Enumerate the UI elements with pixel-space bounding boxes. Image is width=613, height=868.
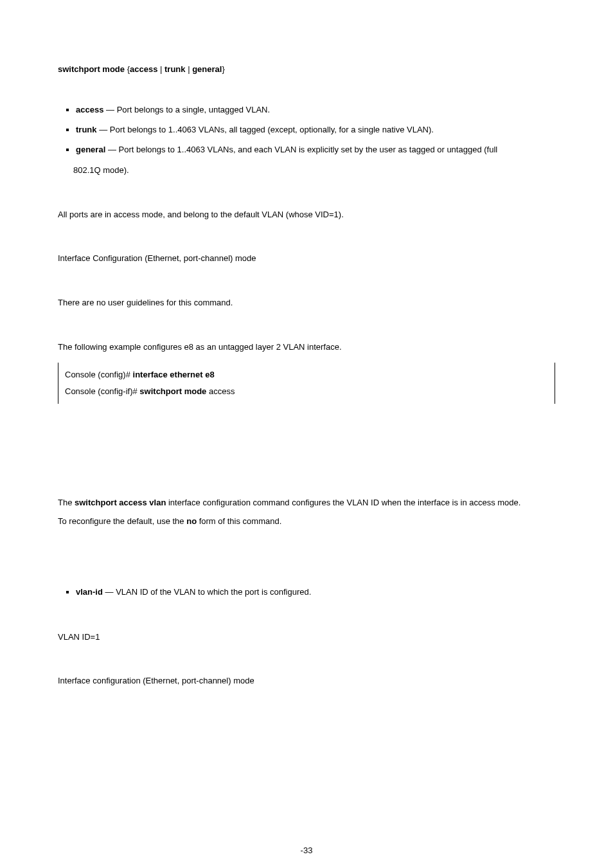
code-prompt: Console (config-if)#	[65, 386, 138, 396]
code-prompt: Console (config)#	[65, 370, 130, 379]
code-example-1: Console (config)# interface ethernet e8 …	[58, 363, 555, 404]
syntax-pipe2: |	[188, 64, 190, 74]
default-config-2: VLAN ID=1	[58, 628, 555, 647]
p2c: form of this command.	[197, 516, 281, 526]
example-1-intro: The following example configures e8 as a…	[58, 338, 555, 357]
bullet-desc: — VLAN ID of the VLAN to which the port …	[105, 587, 312, 597]
list-item: general — Port belongs to 1..4063 VLANs,…	[76, 140, 555, 179]
syntax-opt-access: access	[130, 64, 157, 74]
page-number: -33	[0, 845, 613, 855]
code-cmd: interface ethernet e8	[133, 370, 215, 379]
section-2-paragraph: The switchport access vlan interface con…	[58, 494, 555, 530]
brace-close: }	[222, 64, 224, 74]
command-mode-2: Interface configuration (Ethernet, port-…	[58, 672, 555, 691]
bullet-name: access	[76, 105, 103, 114]
mode-bullet-list: access — Port belongs to a single, untag…	[58, 100, 555, 180]
syntax-line-1: switchport mode {access | trunk | genera…	[58, 64, 555, 74]
vlan-bullet-list: vlan-id — VLAN ID of the VLAN to which t…	[58, 582, 555, 602]
list-item: vlan-id — VLAN ID of the VLAN to which t…	[76, 582, 555, 602]
syntax-pipe: |	[160, 64, 162, 74]
p1a: The	[58, 498, 75, 507]
code-line: Console (config)# interface ethernet e8	[65, 366, 548, 383]
list-item: access — Port belongs to a single, untag…	[76, 100, 555, 120]
syntax-opt-trunk: trunk	[164, 64, 186, 74]
list-item: trunk — Port belongs to 1..4063 VLANs, a…	[76, 120, 555, 140]
default-config-1: All ports are in access mode, and belong…	[58, 206, 555, 224]
code-line: Console (config-if)# switchport mode acc…	[65, 383, 548, 400]
bullet-cont: 802.1Q mode).	[73, 160, 555, 180]
p1b: switchport access vlan	[75, 498, 166, 507]
bullet-desc: — Port belongs to 1..4063 VLANs, and eac…	[108, 145, 497, 154]
bullet-name: vlan-id	[76, 587, 103, 597]
p2a: To reconfigure the default, use the	[58, 516, 186, 526]
p2b: no	[186, 516, 197, 526]
command-mode-1: Interface Configuration (Ethernet, port-…	[58, 249, 555, 268]
bullet-desc: — Port belongs to a single, untagged VLA…	[106, 105, 270, 114]
p1c: interface configuration command configur…	[166, 498, 520, 507]
user-guidelines-1: There are no user guidelines for this co…	[58, 294, 555, 312]
syntax-cmd: switchport mode	[58, 64, 125, 74]
document-page: switchport mode {access | trunk | genera…	[0, 0, 613, 868]
bullet-name: trunk	[76, 125, 97, 134]
syntax-opt-general: general	[192, 64, 222, 74]
code-cmd: switchport mode	[139, 386, 206, 396]
bullet-desc: — Port belongs to 1..4063 VLANs, all tag…	[99, 125, 434, 134]
bullet-name: general	[76, 145, 105, 154]
code-arg: access	[209, 386, 235, 396]
